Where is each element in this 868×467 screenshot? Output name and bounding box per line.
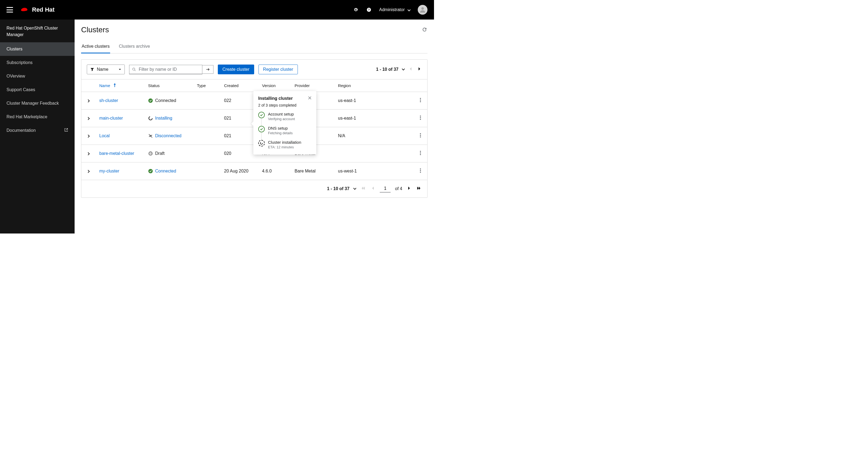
row-actions-button[interactable] [414,92,427,110]
user-menu[interactable]: Administrator [379,7,410,12]
region-cell: N/A [334,127,414,145]
step-title: Account setup [268,112,295,116]
filter-field-select[interactable]: Name [87,65,125,74]
page-first-button[interactable] [360,185,366,192]
page-next-button[interactable] [407,185,411,192]
page-number-input[interactable] [380,185,391,192]
svg-point-19 [420,154,421,155]
sidebar-item-overview[interactable]: OVerview [0,69,74,83]
search-submit-button[interactable] [203,65,214,74]
top-bar: Red Hat ? Administrator [0,0,434,20]
cluster-name-link[interactable]: my-cluster [99,169,119,173]
close-icon [308,96,311,99]
menu-toggle-button[interactable] [6,7,13,12]
page-size-caret-icon[interactable] [402,67,405,70]
status-cell: Connected [148,98,188,103]
disconnected-icon [148,133,153,138]
svg-point-13 [420,135,421,136]
filter-field-label: Name [97,67,108,72]
svg-point-23 [420,172,421,173]
search-icon [132,67,136,71]
chevron-left-icon [372,186,374,190]
page-prev-button[interactable] [408,66,413,73]
brand-label: Red Hat [32,6,55,13]
status-cell[interactable]: Installing [148,116,188,121]
refresh-button[interactable] [422,27,428,33]
expand-row-button[interactable] [82,145,95,162]
sidebar-item-support-cases[interactable]: Support Cases [0,83,74,97]
chevron-double-right-icon [417,186,421,190]
chevron-double-left-icon [361,186,365,190]
sidebar-item-clusters[interactable]: Clusters [0,42,74,56]
step-done-icon [258,112,265,118]
sidebar-item-red-hat-marketplace[interactable]: Red Hat Marketplace [0,110,74,124]
main-content: Clusters Active clustersClusters archive… [74,20,434,234]
page-next-button[interactable] [417,66,422,73]
page-prev-button[interactable] [371,185,375,192]
svg-point-11 [420,119,421,120]
expand-row-button[interactable] [82,92,95,110]
step-title: Cluster installation [268,140,301,145]
column-version[interactable]: Version [258,80,290,92]
column-region[interactable]: Region [334,80,414,92]
created-cell: 021 [220,127,258,145]
step-desc: Fetching details [268,131,293,135]
svg-point-4 [148,98,153,103]
column-status[interactable]: Status [144,80,193,92]
expand-row-button[interactable] [82,162,95,180]
cluster-name-link[interactable]: Local [99,133,110,138]
tab-clusters-archive[interactable]: Clusters archive [118,41,151,54]
create-cluster-button[interactable]: Create cluster [218,65,254,74]
expand-row-button[interactable] [82,110,95,127]
search-input[interactable] [138,67,199,72]
arrow-right-icon [206,67,210,71]
sidebar-item-subscriptions[interactable]: Subscriptions [0,56,74,69]
sidebar-item-label: Documentation [6,128,36,133]
row-actions-button[interactable] [414,110,427,127]
cluster-name-link[interactable]: sh-cluster [99,98,118,103]
svg-point-20 [148,169,153,173]
sidebar-item-documentation[interactable]: Documentation [0,124,74,137]
page-size-caret-icon[interactable] [353,187,356,190]
status-cell[interactable]: Connected [148,169,188,174]
svg-point-8 [149,117,152,120]
popover-close-button[interactable] [308,96,311,100]
sidebar-item-label: Clusters [6,46,23,52]
row-actions-button[interactable] [414,162,427,180]
external-link-icon [64,128,68,133]
step-done-icon [258,126,265,132]
cluster-name-link[interactable]: main-cluster [99,116,123,120]
svg-point-18 [420,152,421,154]
avatar[interactable] [418,5,428,14]
version-cell: 4.6.0 [258,162,290,180]
type-cell [193,110,220,127]
svg-point-5 [420,98,421,99]
provider-cell: Bare Metal [290,162,334,180]
installing-popover: Installing cluster 2 of 3 steps complete… [253,91,316,155]
column-name[interactable]: Name [95,80,144,92]
column-type[interactable]: Type [193,80,220,92]
row-actions-button[interactable] [414,127,427,145]
svg-point-24 [260,142,262,144]
svg-point-16 [150,153,151,154]
settings-icon[interactable] [353,7,359,12]
person-icon [419,6,426,13]
register-cluster-button[interactable]: Register cluster [258,65,298,74]
cluster-name-link[interactable]: bare-metal-cluster [99,151,134,156]
help-icon[interactable]: ? [366,7,372,12]
chevron-right-icon [418,67,421,71]
tabs: Active clustersClusters archive [81,41,428,54]
row-actions-button[interactable] [414,145,427,162]
column-provider[interactable]: Provider [290,80,334,92]
sidebar-item-cluster-manager-feedback[interactable]: Cluster Manager Feedback [0,97,74,110]
type-cell [193,127,220,145]
tab-active-clusters[interactable]: Active clusters [81,41,110,54]
column-created[interactable]: Created [220,80,258,92]
spinner-icon [148,116,153,121]
page-last-button[interactable] [416,185,422,192]
expand-row-button[interactable] [82,127,95,145]
kebab-icon [420,133,421,137]
pagination-top-label: 1 - 10 of 37 [376,67,399,72]
status-cell[interactable]: Disconnected [148,133,188,138]
svg-point-9 [420,116,421,117]
